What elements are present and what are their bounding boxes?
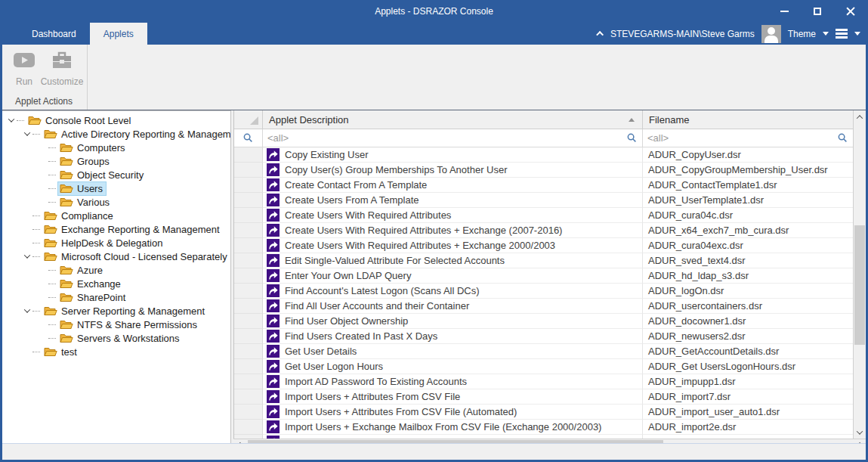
hamburger-menu-icon[interactable] [836,29,848,30]
table-row[interactable]: Create Users With Required Attributes + … [234,238,853,253]
row-indicator-cell[interactable] [234,359,263,374]
column-header-applet-description[interactable]: Applet Description [263,110,643,129]
filename-cell[interactable]: ADUR_logOn.dsr [643,284,853,299]
tree-item-sharepoint[interactable]: SharePoint [2,290,230,304]
maximize-button[interactable] [806,2,829,20]
applet-description-cell[interactable]: Find Account's Latest Logon (Scans All D… [263,284,643,299]
table-row[interactable]: Get User DetailsADUR_GetAccountDetails.d… [234,344,853,359]
applet-description-cell[interactable]: Copy Existing User [263,147,643,163]
applet-description-cell[interactable]: Find Users Created In Past X Days [263,329,643,344]
filename-cell[interactable]: ADUR_CopyUser.dsr [643,147,853,163]
tab-applets[interactable]: Applets [90,23,147,45]
tree-node-body[interactable]: Console Root Level [26,113,134,128]
filename-cell[interactable]: ADUR_newusers2.dsr [643,329,853,344]
filename-cell[interactable]: ADUR_impupp1.dsr [643,374,853,389]
table-row[interactable]: Create Users From A TemplateADUR_UserTem… [234,193,853,208]
table-row[interactable]: Import Users + Exchange Mailbox From CSV… [234,420,853,435]
applet-description-cell[interactable]: Edit Single-Valued Attribute For Selecte… [263,253,643,268]
table-row[interactable]: Import AD Password To Existing AccountsA… [234,374,853,389]
tree-item-users[interactable]: Users [2,181,230,195]
run-button[interactable]: Run [5,51,44,87]
theme-label[interactable]: Theme [788,29,816,39]
applet-description-cell[interactable]: Create Users With Required Attributes + … [263,238,643,253]
vertical-scrollbar-thumb[interactable] [854,225,865,345]
applet-description-cell[interactable]: Import Users + Exchange Mailbox From CSV… [263,420,643,435]
tree-expand-chevron-icon[interactable] [21,132,32,136]
tree-item-servers-workstations[interactable]: Servers & Workstations [2,331,230,345]
filename-cell[interactable]: ADUR_CopyGroupMembership_User.dsr [643,163,853,178]
tree-item-computers[interactable]: Computers [2,141,230,154]
table-row[interactable]: Import Users + Attributes From CSV File … [234,405,853,420]
tree-item-various[interactable]: Various [2,195,230,209]
table-row[interactable]: Create Contact From A TemplateADUR_Conta… [234,178,853,193]
table-row[interactable]: Find User Object OwnershipADUR_docowner1… [234,314,853,329]
tree-node-body[interactable]: test [42,345,81,359]
filename-cell[interactable]: ADUR_usercontainers.dsr [643,299,853,314]
filename-cell[interactable]: ADUR_GetAccountDetails.dsr [643,344,853,359]
column-header-filename[interactable]: Filename [643,110,853,129]
tree-node-body[interactable]: Groups [57,154,113,169]
tree-node-body[interactable]: NTFS & Share Permissions [57,318,201,332]
row-indicator-cell[interactable] [234,389,263,405]
row-indicator-cell[interactable] [234,147,263,163]
filename-cell[interactable]: ADUR_hd_ldap_s3.dsr [643,268,853,284]
tree-node-body[interactable]: SharePoint [57,290,129,305]
description-filter-input[interactable] [267,132,638,144]
applet-description-cell[interactable]: Find User Object Ownership [263,314,643,329]
table-row[interactable]: Enter Your Own LDAP QueryADUR_hd_ldap_s3… [234,268,853,284]
filename-cell[interactable]: ADUR_import7.dsr [643,389,853,405]
tree-item-test[interactable]: test [2,345,230,358]
applet-description-cell[interactable]: Import Users + Attributes From CSV File … [263,405,643,420]
tree-node-body[interactable]: Microsoft Cloud - Licensed Separately [42,250,231,264]
tree-expand-chevron-icon[interactable] [21,254,32,259]
chevron-up-icon[interactable] [596,31,604,39]
row-indicator-cell[interactable] [234,163,263,178]
applet-description-cell[interactable]: Create Users With Required Attributes + … [263,223,643,238]
vertical-scrollbar[interactable] [853,110,866,439]
tree-item-compliance[interactable]: Compliance [2,209,230,222]
tree-node-body[interactable]: Object Security [57,168,147,182]
applet-description-cell[interactable]: Enter Your Own LDAP Query [263,268,643,284]
menu-caret-icon[interactable] [854,32,860,36]
tree-item-console-root-level[interactable]: Console Root Level [2,113,230,127]
tree-item-groups[interactable]: Groups [2,154,230,168]
row-indicator-cell[interactable] [234,405,263,420]
table-row[interactable]: Find Users Created In Past X DaysADUR_ne… [234,329,853,344]
table-row[interactable]: Create Users With Required Attributes + … [234,223,853,238]
row-indicator-cell[interactable] [234,420,263,435]
filename-cell[interactable]: ADUR_x64_exch7_mb_cura.dsr [643,223,853,238]
filename-cell[interactable]: ADUR_import2e.dsr [643,420,853,435]
tree-node-body[interactable]: Servers & Workstations [57,331,184,346]
applet-description-cell[interactable]: Get User Logon Hours [263,359,643,374]
header-indicator-cell[interactable] [234,110,263,129]
applet-description-cell[interactable]: Copy User(s) Group Memberships To Anothe… [263,163,643,178]
minimize-button[interactable] [773,2,795,20]
customize-button[interactable]: Customize [42,51,82,87]
tab-dashboard[interactable]: Dashboard [18,23,90,45]
row-indicator-cell[interactable] [234,253,263,268]
filename-cell[interactable]: ADUR_Get UsersLogonHours.dsr [643,359,853,374]
row-indicator-cell[interactable] [234,374,263,389]
filename-cell[interactable]: ADUR_ContactTemplate1.dsr [643,178,853,193]
row-indicator-cell[interactable] [234,344,263,359]
filename-cell[interactable]: ADUR_cura04exc.dsr [643,238,853,253]
table-row[interactable]: Import Users + Attributes From CSV FileA… [234,389,853,405]
tree-node-body[interactable]: Users [57,181,107,196]
row-indicator-cell[interactable] [234,314,263,329]
filename-filter-input[interactable] [647,132,848,144]
tree-node-body[interactable]: Azure [57,263,107,278]
search-icon[interactable] [626,132,638,144]
row-indicator-cell[interactable] [234,208,263,223]
row-indicator-cell[interactable] [234,329,263,344]
tree-item-exchange[interactable]: Exchange [2,277,230,290]
avatar[interactable] [761,25,781,43]
tree-item-object-security[interactable]: Object Security [2,168,230,181]
row-indicator-cell[interactable] [234,238,263,253]
scroll-down-button[interactable] [854,426,866,439]
filename-cell[interactable]: ADUR_docowner1.dsr [643,314,853,329]
table-row[interactable]: Create Users With Required AttributesADU… [234,208,853,223]
tree-item-azure[interactable]: Azure [2,263,230,277]
row-indicator-cell[interactable] [234,223,263,238]
table-row[interactable]: Copy User(s) Group Memberships To Anothe… [234,163,853,178]
tree-node-body[interactable]: Server Reporting & Management [42,304,209,318]
